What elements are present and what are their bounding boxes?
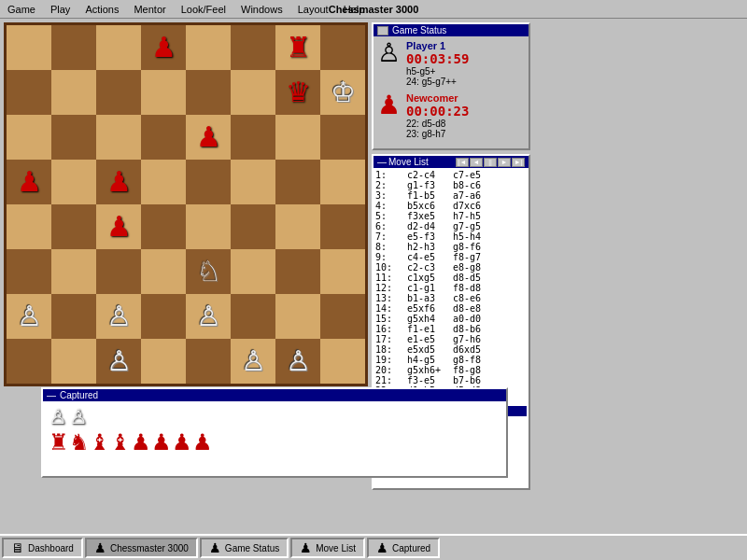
square-f5[interactable]: [231, 160, 275, 204]
square-a3[interactable]: [7, 249, 51, 294]
move-row[interactable]: 17:e1-e5g7-h6: [375, 334, 527, 344]
square-c5[interactable]: ♟: [96, 160, 141, 204]
square-e3[interactable]: ♘: [186, 249, 231, 294]
move-row[interactable]: 19:h4-g5g8-f8: [375, 355, 527, 365]
square-a5[interactable]: ♟: [7, 160, 51, 204]
taskbar-captured[interactable]: ♟ Captured: [367, 538, 440, 558]
move-row[interactable]: 9:c4-e5f8-g7: [375, 252, 527, 262]
square-g2[interactable]: [275, 294, 320, 339]
square-g1[interactable]: ♙: [275, 339, 320, 384]
move-row[interactable]: 21:f3-e5b7-b6: [375, 375, 527, 385]
square-h3[interactable]: [320, 249, 365, 294]
move-row[interactable]: 16:f1-e1d8-b6: [375, 324, 527, 334]
square-f8[interactable]: [231, 25, 275, 70]
menu-game[interactable]: Game: [0, 2, 43, 17]
ml-next[interactable]: ►: [498, 158, 511, 167]
move-row[interactable]: 10:c2-c3e8-g8: [375, 262, 527, 273]
square-e6[interactable]: ♟: [186, 115, 231, 160]
square-h1[interactable]: [320, 339, 365, 384]
square-d3[interactable]: [141, 249, 186, 294]
square-e8[interactable]: [186, 25, 231, 70]
square-d5[interactable]: [141, 160, 186, 204]
move-row[interactable]: 3:f1-b5a7-a6: [375, 190, 527, 201]
square-f6[interactable]: [231, 115, 275, 160]
square-d4[interactable]: [141, 204, 186, 249]
ml-first[interactable]: |◄: [456, 158, 469, 167]
square-f3[interactable]: [231, 249, 275, 294]
square-d1[interactable]: [141, 339, 186, 384]
move-row[interactable]: 20:g5xh6+f8-g8: [375, 365, 527, 375]
square-f4[interactable]: [231, 204, 275, 249]
square-d6[interactable]: [141, 115, 186, 160]
square-c3[interactable]: [96, 249, 141, 294]
square-c7[interactable]: [96, 70, 141, 115]
square-h7[interactable]: ♔: [320, 70, 365, 115]
square-b5[interactable]: [51, 160, 96, 204]
square-c8[interactable]: [96, 25, 141, 70]
move-row[interactable]: 4:b5xc6d7xc6: [375, 201, 527, 211]
square-d2[interactable]: [141, 294, 186, 339]
square-b1[interactable]: [51, 339, 96, 384]
square-b3[interactable]: [51, 249, 96, 294]
square-g4[interactable]: [275, 204, 320, 249]
move-row[interactable]: 12:c1-g1f8-d8: [375, 283, 527, 293]
move-list-minimize[interactable]: —: [377, 157, 387, 167]
square-b6[interactable]: [51, 115, 96, 160]
menu-play[interactable]: Play: [43, 2, 78, 17]
square-h4[interactable]: [320, 204, 365, 249]
ml-prev[interactable]: ◄: [470, 158, 483, 167]
taskbar-gamestatus[interactable]: ♟ Game Status: [200, 538, 289, 558]
square-b2[interactable]: [51, 294, 96, 339]
move-row[interactable]: 5:f3xe5h7-h5: [375, 211, 527, 221]
square-c6[interactable]: [96, 115, 141, 160]
menu-lookfeel[interactable]: Look/Feel: [174, 2, 233, 17]
square-g3[interactable]: [275, 249, 320, 294]
square-h2[interactable]: [320, 294, 365, 339]
taskbar-movelist[interactable]: ♟ Move List: [290, 538, 365, 558]
move-row[interactable]: 15:g5xh4a0-d0: [375, 314, 527, 324]
move-row[interactable]: 1:c2-c4c7-e5: [375, 170, 527, 180]
square-a2[interactable]: ♙: [7, 294, 51, 339]
taskbar-dashboard[interactable]: 🖥 Dashboard: [2, 538, 83, 558]
square-e7[interactable]: [186, 70, 231, 115]
move-row[interactable]: 2:g1-f3b8-c6: [375, 180, 527, 190]
ml-last[interactable]: ►|: [512, 158, 525, 167]
square-b8[interactable]: [51, 25, 96, 70]
menu-windows[interactable]: Windows: [233, 2, 290, 17]
square-b4[interactable]: [51, 204, 96, 249]
square-a6[interactable]: [7, 115, 51, 160]
square-g5[interactable]: [275, 160, 320, 204]
move-row[interactable]: 13:b1-a3c8-e6: [375, 293, 527, 303]
square-a7[interactable]: [7, 70, 51, 115]
move-row[interactable]: 11:c1xg5d8-d5: [375, 273, 527, 283]
square-a4[interactable]: [7, 204, 51, 249]
move-row[interactable]: 6:d2-d4g7-g5: [375, 221, 527, 231]
square-c2[interactable]: ♙: [96, 294, 141, 339]
menu-actions[interactable]: Actions: [78, 2, 126, 17]
square-g8[interactable]: ♜: [275, 25, 320, 70]
square-e1[interactable]: [186, 339, 231, 384]
ml-pause[interactable]: ||: [484, 158, 497, 167]
menu-mentor[interactable]: Mentor: [126, 2, 173, 17]
square-d7[interactable]: [141, 70, 186, 115]
square-b7[interactable]: [51, 70, 96, 115]
square-f2[interactable]: [231, 294, 275, 339]
square-c1[interactable]: ♙: [96, 339, 141, 384]
square-f1[interactable]: ♙: [231, 339, 275, 384]
move-row[interactable]: 18:e5xd5d6xd5: [375, 344, 527, 355]
square-c4[interactable]: ♟: [96, 204, 141, 249]
captured-minimize[interactable]: —: [47, 390, 56, 400]
square-e2[interactable]: ♙: [186, 294, 231, 339]
square-h6[interactable]: [320, 115, 365, 160]
square-h5[interactable]: [320, 160, 365, 204]
square-e4[interactable]: [186, 204, 231, 249]
square-g7[interactable]: ♛: [275, 70, 320, 115]
square-h8[interactable]: [320, 25, 365, 70]
square-e5[interactable]: [186, 160, 231, 204]
square-d8[interactable]: ♟: [141, 25, 186, 70]
square-a1[interactable]: [7, 339, 51, 384]
square-f7[interactable]: [231, 70, 275, 115]
game-status-minimize[interactable]: [377, 26, 388, 35]
move-row[interactable]: 8:h2-h3g8-f6: [375, 242, 527, 252]
move-row[interactable]: 14:e5xf6d8-e8: [375, 303, 527, 314]
